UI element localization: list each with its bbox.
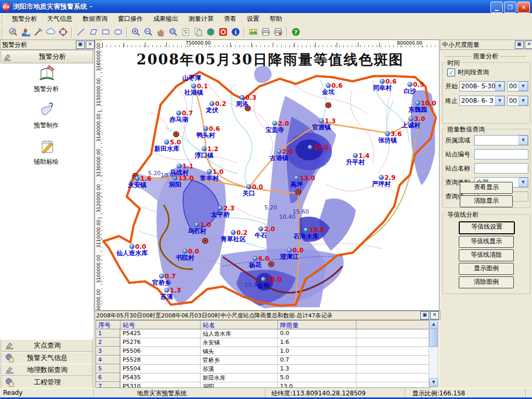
chevron-down-icon[interactable]: ▼ — [518, 178, 528, 187]
end-hour-combo[interactable]: 00▼ — [507, 96, 528, 106]
end-date-picker[interactable]: 2008- 6- 3▼ — [459, 96, 505, 106]
sidebar-section-2[interactable]: 地理数据查询 — [1, 364, 93, 376]
print-preview-icon[interactable] — [272, 26, 284, 38]
table-row[interactable]: 3P5506镇头1.0 — [96, 347, 430, 356]
rain-station[interactable]: 0.0关口 — [242, 183, 263, 197]
contour-clear-button[interactable]: 等值线清除 — [459, 249, 514, 261]
rain-station[interactable]: 1.4升平村 — [345, 152, 369, 166]
start-date-picker[interactable]: 2008- 5-30▼ — [459, 81, 505, 91]
rain-station[interactable]: 0.6同幸村 — [373, 78, 396, 91]
table-scrollbar[interactable]: ▲ ▼ — [429, 320, 437, 387]
legend-show-button[interactable]: 显示图例 — [459, 263, 514, 275]
sidebar-section-0[interactable]: 灾点查询 — [1, 339, 93, 352]
sidebar-tool-1[interactable]: 预警制作 — [0, 101, 92, 130]
legend-clear-button[interactable]: 清除图例 — [459, 276, 514, 288]
rain-station[interactable]: 5.0新田水库 — [154, 139, 181, 152]
info-icon[interactable]: i — [229, 26, 242, 38]
draw-line-icon[interactable] — [74, 26, 87, 38]
column-header-0[interactable]: 序号 — [96, 321, 121, 329]
sidebar-tool-0[interactable]: 预警分析 — [0, 64, 92, 94]
map-canvas[interactable]: 山枣潭0.1社港镇0.3周洛0.6金坑0.6同幸村0.5白沙0.2龙伏0.7赤马… — [102, 47, 438, 309]
draw-ellipse-icon[interactable] — [112, 26, 124, 38]
rain-station[interactable]: 0.2龙伏 — [205, 100, 226, 114]
table-row[interactable]: 5P5504苏溪1.3 — [96, 365, 430, 374]
column-header-3[interactable]: 降雨量 — [278, 321, 356, 329]
sidebar-tool-2[interactable]: 辅助标绘 — [0, 137, 92, 166]
table-row[interactable]: 4P5528官桥乡0.7 — [96, 356, 430, 365]
close-icon[interactable]: ✕ — [525, 41, 532, 49]
scroll-down-icon[interactable]: ▼ — [429, 378, 438, 387]
rain-station[interactable]: 2.9严坪村 — [371, 174, 395, 188]
help-icon[interactable]: ? — [289, 26, 302, 38]
menu-item-7[interactable]: 设置 — [242, 13, 264, 25]
menu-item-8[interactable]: 帮助 — [264, 13, 287, 25]
minimize-button[interactable]: ▁ — [490, 2, 503, 13]
close-icon[interactable]: ✕ — [86, 41, 95, 49]
pan-hand-icon[interactable] — [154, 26, 167, 38]
chevron-down-icon[interactable]: ▼ — [518, 96, 528, 105]
basin-combo[interactable]: ▼ — [474, 135, 528, 145]
menu-item-2[interactable]: 数据查询 — [77, 13, 113, 25]
rain-station[interactable]: 0.1社港镇 — [184, 83, 208, 96]
refresh-view-icon[interactable] — [179, 26, 192, 38]
chevron-down-icon[interactable]: ▼ — [495, 82, 504, 91]
start-hour-combo[interactable]: 00▼ — [507, 81, 528, 91]
rain-station[interactable]: 0.6金坑 — [322, 82, 342, 96]
zoom-out-icon[interactable] — [142, 26, 154, 38]
column-header-1[interactable]: 站号 — [121, 321, 201, 329]
menu-item-0[interactable]: 预警分析 — [7, 13, 42, 25]
rain-station[interactable]: 0.0仙人造水库 — [116, 243, 148, 257]
restore-button[interactable]: ❐ — [504, 2, 516, 13]
menu-drag-handle[interactable] — [0, 13, 4, 24]
copy-view-icon[interactable] — [192, 26, 204, 38]
pin-icon[interactable]: ▣ — [515, 41, 524, 49]
print-icon[interactable] — [259, 26, 272, 38]
draw-polygon-icon[interactable] — [87, 26, 99, 38]
menu-item-3[interactable]: 窗口操作 — [113, 13, 148, 25]
chevron-down-icon[interactable]: ▼ — [518, 136, 528, 145]
menu-item-4[interactable]: 成果输出 — [148, 13, 183, 25]
time-range-checkbox[interactable]: ✓ — [447, 69, 455, 76]
view-display-button[interactable]: 查看显示 — [460, 182, 513, 194]
table-row[interactable]: 6P5435新田水库5.0 — [96, 374, 430, 382]
zoom-window-icon[interactable] — [167, 26, 179, 38]
close-button[interactable]: ✕ — [517, 2, 530, 13]
clear-display-button[interactable]: 清除显示 — [460, 195, 513, 207]
menu-item-5[interactable]: 测量计算 — [183, 13, 219, 25]
sidebar-section-1[interactable]: 预警天气信息 — [1, 352, 93, 364]
menu-item-1[interactable]: 天气信息 — [42, 13, 77, 25]
disaster-water-icon[interactable] — [19, 26, 32, 38]
table-row[interactable]: 7P5310洞阳13.0 — [96, 382, 430, 388]
column-header-2[interactable]: 站名 — [201, 321, 278, 329]
scroll-thumb[interactable] — [429, 328, 438, 347]
weather-cloud-icon[interactable] — [44, 26, 57, 38]
globe-icon[interactable] — [204, 26, 217, 38]
rain-station[interactable]: 0.7赤马湖 — [169, 110, 193, 123]
chevron-down-icon[interactable]: ▼ — [518, 82, 528, 91]
zoom-in-icon[interactable] — [129, 26, 142, 38]
close-icon[interactable]: ✕ — [430, 311, 439, 320]
draw-rectangle-icon[interactable] — [99, 26, 112, 38]
table-row[interactable]: 1P5425仙人造水库0.0 — [96, 329, 430, 338]
locate-target-icon[interactable] — [57, 26, 69, 38]
rain-station[interactable]: 0.6鸭头村 — [196, 125, 220, 139]
scroll-up-icon[interactable]: ▲ — [429, 320, 438, 329]
warn-analysis-icon[interactable] — [7, 26, 19, 38]
chevron-down-icon[interactable]: ▼ — [495, 96, 504, 105]
toolbar-drag-handle[interactable] — [0, 24, 4, 39]
station-id-input[interactable] — [474, 149, 528, 159]
rain-station[interactable]: 0.2青草社区 — [220, 229, 247, 243]
sidebar-section-3[interactable]: 工程管理 — [1, 376, 93, 389]
survey-pick-icon[interactable] — [32, 26, 44, 38]
contour-show-button[interactable]: 等值线显示 — [459, 236, 514, 248]
rain-station[interactable]: 山枣潭 — [182, 74, 201, 82]
pin-icon[interactable]: ▣ — [76, 41, 85, 49]
image-export-icon[interactable] — [247, 26, 259, 38]
pin-icon[interactable]: ▣ — [420, 311, 429, 320]
left-panel-header[interactable]: 预警分析 — [1, 50, 93, 63]
contour-settings-button[interactable]: 等值线设置 — [459, 221, 515, 234]
menu-item-6[interactable]: 查看 — [219, 13, 242, 25]
stop-icon[interactable] — [217, 26, 229, 38]
station-name-input[interactable] — [474, 163, 528, 174]
table-row[interactable]: 2P5276永安镇1.6 — [96, 338, 430, 347]
